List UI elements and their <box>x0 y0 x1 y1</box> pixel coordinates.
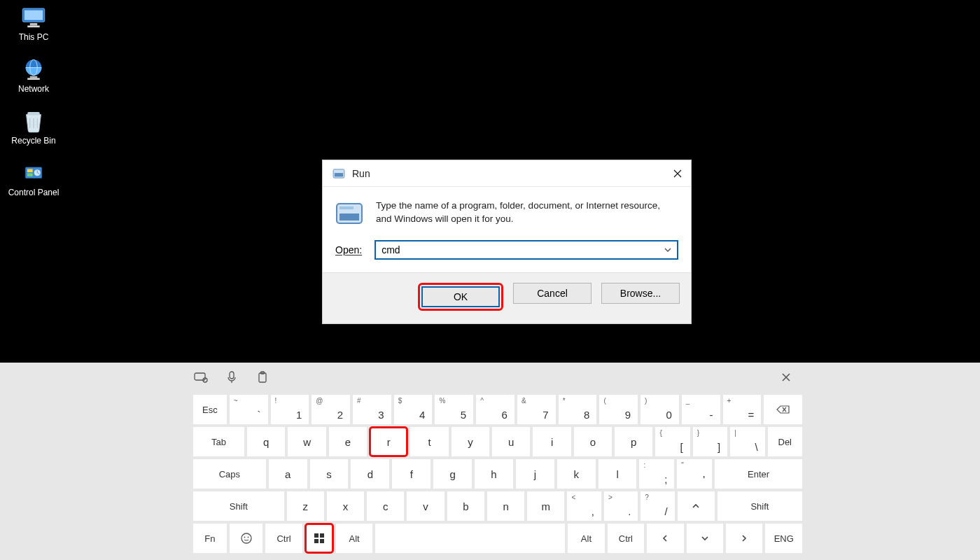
key-r[interactable]: r <box>370 427 407 456</box>
run-button-row: OK Cancel Browse... <box>323 272 691 323</box>
key-7[interactable]: &7 <box>517 395 556 424</box>
key-windows[interactable] <box>305 524 333 553</box>
key-g[interactable]: g <box>433 459 472 489</box>
key-d[interactable]: d <box>351 459 389 489</box>
key-6[interactable]: ^6 <box>476 395 514 424</box>
key-w[interactable]: w <box>288 427 326 456</box>
key-enter[interactable]: Enter <box>715 459 802 489</box>
keyboard-settings-icon[interactable] <box>193 370 209 385</box>
browse-button[interactable]: Browse... <box>601 283 680 304</box>
ok-button[interactable]: OK <box>421 286 500 307</box>
key-backspace[interactable] <box>764 395 802 424</box>
key-.[interactable]: >. <box>604 491 638 521</box>
svg-rect-11 <box>27 169 33 173</box>
key-arrow-right[interactable] <box>726 524 762 553</box>
key-a[interactable]: a <box>269 459 307 489</box>
key-'[interactable]: "' <box>677 459 712 489</box>
key-arrow-left[interactable] <box>647 524 683 553</box>
key-1[interactable]: !1 <box>271 395 309 424</box>
key-=[interactable]: += <box>723 395 762 424</box>
key-ctrl-left[interactable]: Ctrl <box>265 524 302 553</box>
key-z[interactable]: z <box>287 491 324 521</box>
svg-rect-27 <box>314 533 318 538</box>
open-input[interactable] <box>374 240 678 260</box>
pc-icon <box>19 6 48 31</box>
key-0[interactable]: )0 <box>640 395 679 424</box>
key-\[interactable]: |\ <box>730 427 764 456</box>
key-tab[interactable]: Tab <box>193 427 244 456</box>
run-description: Type the name of a program, folder, docu… <box>376 200 678 229</box>
key-8[interactable]: *8 <box>559 395 597 424</box>
key-][interactable]: }] <box>693 427 727 456</box>
svg-rect-7 <box>30 76 38 78</box>
key-v[interactable]: v <box>407 491 444 521</box>
key-e[interactable]: e <box>329 427 367 456</box>
clipboard-icon[interactable] <box>255 370 270 385</box>
key-q[interactable]: q <box>247 427 285 456</box>
key-;[interactable]: :; <box>639 459 674 489</box>
key-,[interactable]: <, <box>567 491 601 521</box>
desktop-icon-network[interactable]: Network <box>6 57 62 94</box>
cancel-button[interactable]: Cancel <box>513 283 592 304</box>
key-ctrl-right[interactable]: Ctrl <box>608 524 644 553</box>
key-l[interactable]: l <box>598 459 637 489</box>
microphone-icon[interactable] <box>224 370 239 385</box>
osk-close-button[interactable] <box>778 370 794 385</box>
key-caps[interactable]: Caps <box>193 459 266 489</box>
key-y[interactable]: y <box>451 427 489 456</box>
svg-rect-18 <box>340 206 354 209</box>
key-n[interactable]: n <box>487 491 524 521</box>
desktop-icon-this-pc[interactable]: This PC <box>6 6 62 42</box>
key-p[interactable]: p <box>615 427 652 456</box>
key-esc[interactable]: Esc <box>193 395 227 424</box>
key--[interactable]: _- <box>682 395 720 424</box>
close-button[interactable] <box>670 166 685 181</box>
key-4[interactable]: $4 <box>394 395 433 424</box>
key-del[interactable]: Del <box>768 427 802 456</box>
run-icon <box>332 169 345 178</box>
key-emoji[interactable] <box>230 524 263 553</box>
svg-rect-29 <box>314 539 318 543</box>
key-s[interactable]: s <box>310 459 349 489</box>
key-o[interactable]: o <box>574 427 612 456</box>
desktop-icon-label: Control Panel <box>8 188 59 197</box>
key-9[interactable]: (9 <box>599 395 638 424</box>
key-f[interactable]: f <box>392 459 430 489</box>
desktop-icon-label: Recycle Bin <box>11 136 55 146</box>
key-alt-right[interactable]: Alt <box>568 524 604 553</box>
key-m[interactable]: m <box>527 491 564 521</box>
key-arrow-down[interactable] <box>687 524 723 553</box>
key-b[interactable]: b <box>447 491 484 521</box>
open-combobox[interactable] <box>374 240 678 260</box>
key-arrow-up[interactable] <box>678 491 715 521</box>
svg-rect-17 <box>340 214 359 220</box>
svg-rect-8 <box>27 78 40 80</box>
run-titlebar[interactable]: Run <box>323 160 691 187</box>
key-fn[interactable]: Fn <box>193 524 227 553</box>
key-alt-left[interactable]: Alt <box>336 524 372 553</box>
key-2[interactable]: @2 <box>312 395 350 424</box>
key-h[interactable]: h <box>475 459 513 489</box>
svg-rect-15 <box>335 173 343 176</box>
key-language[interactable]: ENG <box>765 524 802 553</box>
key-t[interactable]: t <box>410 427 448 456</box>
key-5[interactable]: %5 <box>435 395 473 424</box>
close-icon <box>673 169 682 178</box>
key-/[interactable]: ?/ <box>640 491 674 521</box>
key-shift-left[interactable]: Shift <box>193 491 284 521</box>
desktop-icon-control-panel[interactable]: Control Panel <box>6 161 62 197</box>
key-3[interactable]: #3 <box>353 395 391 424</box>
key-`[interactable]: ~` <box>230 395 268 424</box>
desktop-icon-recycle-bin[interactable]: Recycle Bin <box>6 109 62 146</box>
svg-point-25 <box>244 537 245 538</box>
key-u[interactable]: u <box>492 427 530 456</box>
svg-rect-22 <box>259 373 266 382</box>
key-x[interactable]: x <box>327 491 364 521</box>
key-[[interactable]: {[ <box>655 427 690 456</box>
key-c[interactable]: c <box>367 491 404 521</box>
key-j[interactable]: j <box>516 459 554 489</box>
key-space[interactable] <box>375 524 565 553</box>
key-i[interactable]: i <box>533 427 570 456</box>
key-shift-right[interactable]: Shift <box>718 491 802 521</box>
key-k[interactable]: k <box>557 459 596 489</box>
